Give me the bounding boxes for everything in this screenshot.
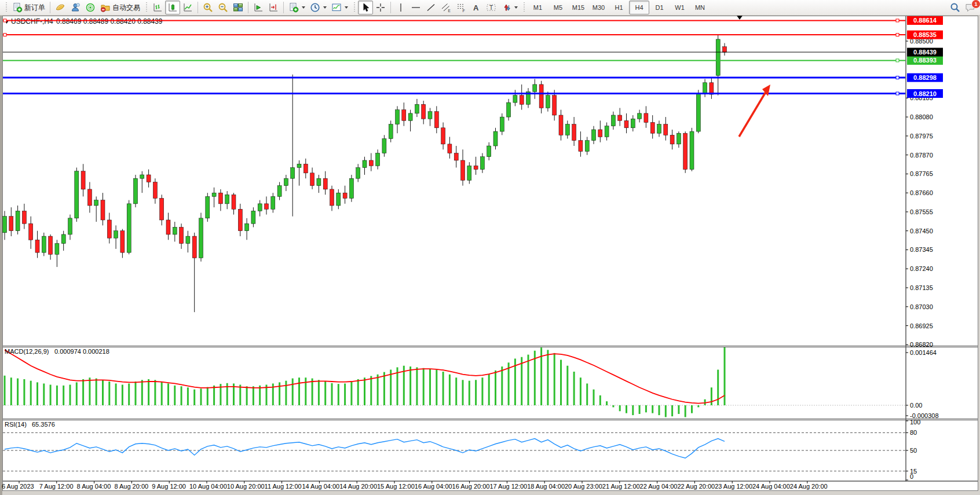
candle-body [317,178,321,185]
new-order-button[interactable]: 新订单 [10,1,47,14]
fibonacci-tool-button[interactable]: F [454,1,469,14]
candle-body [441,128,445,144]
channel-icon: E [441,2,451,13]
timeframe-mn-button[interactable]: MN [690,1,710,14]
equidistant-channel-tool-button[interactable]: E [438,1,454,14]
time-tick-label: 22 Aug 20:00 [677,483,715,490]
signals-icon [85,2,96,13]
candle-body [624,120,628,127]
toolbar-separator [283,2,284,13]
timeframe-m30-button[interactable]: M30 [588,1,609,14]
timeframe-h4-button[interactable]: H4 [629,1,649,14]
zoom-in-button[interactable] [200,1,215,14]
toolbar-grip[interactable] [145,2,148,13]
line-handle[interactable] [896,34,899,36]
tile-windows-icon [233,2,243,13]
candle-body [415,104,419,113]
candle-body [218,193,222,204]
line-handle[interactable] [896,59,899,62]
timeframe-label: M30 [593,4,605,11]
line-handle[interactable] [896,92,899,95]
timeframe-h1-button[interactable]: H1 [609,1,629,14]
toolbar-grip[interactable] [522,2,525,13]
autotrading-button[interactable]: 自动交易 [98,1,142,14]
macd-indicator-values: 0.000974 0.000218 [54,348,109,355]
chart-shift-button[interactable] [266,1,281,14]
text-tool-button[interactable]: A [469,1,484,14]
time-tick-label: 7 Aug 12:00 [39,483,74,490]
line-handle[interactable] [896,19,899,22]
timeframe-m15-button[interactable]: M15 [568,1,588,14]
rsi-indicator-value: 65.3576 [32,421,55,428]
price-badge-label: 0.88393 [913,57,937,64]
search-button[interactable] [948,1,963,14]
text-label-tool-button[interactable]: T [484,1,499,14]
candle-body [212,193,216,196]
dropdown-caret-icon [323,6,327,9]
candle-body [408,113,412,120]
candle-body [448,144,452,153]
candle-body [199,218,203,258]
bar-chart-button[interactable] [150,1,165,14]
market-button[interactable] [53,1,68,14]
timeframe-w1-button[interactable]: W1 [670,1,690,14]
candle-body [3,217,7,233]
signals-button[interactable] [83,1,98,14]
candle-body [474,166,478,169]
candle-body [539,85,543,108]
zoom-out-button[interactable] [215,1,231,14]
indicators-button[interactable] [329,1,350,14]
timeframe-m5-button[interactable]: M5 [548,1,568,14]
line-handle[interactable] [3,34,6,36]
arrows-tool-button[interactable] [499,1,520,14]
dropdown-caret-icon [514,6,518,9]
notifications-button[interactable]: 1 [963,1,978,14]
chart-shift-icon [268,2,279,13]
vertical-line-tool-button[interactable] [393,1,408,14]
candle-body [225,195,229,204]
candle-body [533,85,537,91]
cursor-button[interactable] [358,1,373,14]
periods-button[interactable] [308,1,329,14]
candle-body [605,126,609,137]
time-axis[interactable]: 6 Aug 20237 Aug 12:008 Aug 04:008 Aug 20… [2,481,828,490]
candle-body [618,115,622,120]
price-tick-label: 0.86820 [910,341,933,348]
toolbar: 新订单 自动交易 [0,0,980,16]
trendline-tool-button[interactable] [423,1,438,14]
community-button[interactable] [68,1,83,14]
candle-body [81,171,85,189]
tile-windows-button[interactable] [231,1,246,14]
candle-body [55,244,59,255]
line-chart-button[interactable] [180,1,195,14]
candle-body [454,153,458,160]
line-handle[interactable] [3,19,6,22]
cursor-icon [360,2,371,13]
timeframe-d1-button[interactable]: D1 [649,1,670,14]
chart-canvas[interactable]: USDCHF-,H4 0.88469 0.88489 0.88420 0.884… [0,0,980,495]
candle-body [42,236,46,252]
timeframe-label: M5 [554,4,562,11]
candle-body [87,189,92,206]
time-tick-label: 11 Aug 12:00 [265,483,302,490]
horizontal-line-tool-button[interactable] [408,1,423,14]
timeframe-label: H1 [615,4,623,11]
line-handle[interactable] [896,76,899,79]
toolbar-separator [50,2,50,13]
crosshair-button[interactable] [373,1,388,14]
candlestick-chart-button[interactable] [165,1,180,14]
toolbar-grip[interactable] [5,2,8,13]
toolbar-grip[interactable] [353,2,356,13]
text-tool-icon: A [471,2,481,13]
autoscroll-button[interactable] [251,1,266,14]
price-tick-label: 0.87450 [910,228,933,234]
market-icon [55,2,65,13]
price-tick-label: 0.88080 [910,113,933,120]
svg-text:E: E [448,9,451,13]
timeframe-m1-button[interactable]: M1 [528,1,548,14]
time-tick-label: 10 Aug 04:00 [189,483,227,490]
candle-body [16,211,20,230]
templates-button[interactable] [286,1,308,14]
rsi-indicator-label: RSI(14) [5,421,27,428]
time-tick-label: 8 Aug 20:00 [114,483,148,490]
